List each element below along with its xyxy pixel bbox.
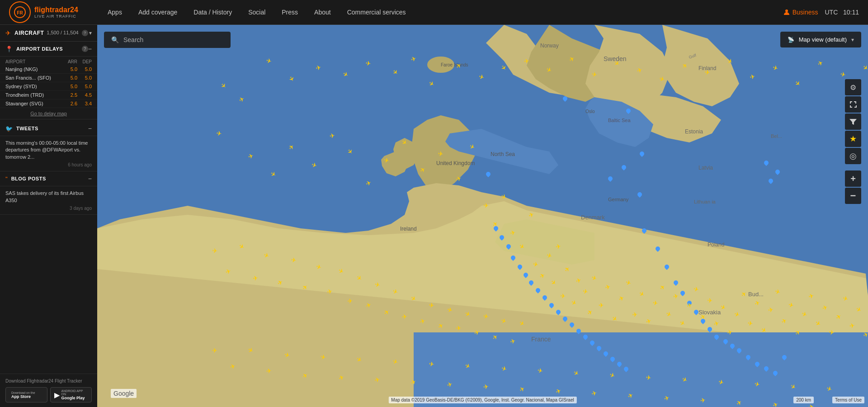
logo-text: flightradar24 LIVE AIR TRAFFIC	[34, 6, 78, 19]
search-box[interactable]: 🔍 Search	[104, 32, 231, 48]
settings-button[interactable]: ⚙	[845, 79, 861, 95]
svg-text:Denmark: Denmark	[581, 214, 605, 221]
airport-delays-help: ?	[82, 46, 88, 52]
tweet-item: This morning's 00:00-05:00 local time de…	[0, 136, 97, 171]
logo-name: flightradar24	[34, 6, 78, 14]
svg-text:Latvia: Latvia	[698, 165, 713, 171]
aircraft-section-header[interactable]: ✈ AIRCRAFT 1,500 / 11,504 ? ▾	[0, 25, 97, 42]
svg-text:Lithuan ia: Lithuan ia	[694, 199, 716, 204]
view-chevron: ▾	[851, 37, 854, 43]
blog-post-item[interactable]: SAS takes delivery of its first Airbus A…	[0, 186, 97, 215]
blog-posts-header[interactable]: " BLOG POSTS −	[0, 171, 97, 186]
compass-button[interactable]: ◎	[845, 148, 861, 164]
delay-row[interactable]: Nanjing (NKG) 5.0 5.0	[0, 65, 97, 74]
fullscreen-icon	[849, 100, 857, 109]
delay-row[interactable]: San Francis... (SFO) 5.0 5.0	[0, 74, 97, 82]
blog-toggle[interactable]: −	[88, 175, 92, 182]
map-area[interactable]: Sweden Finland Norway Faroe Islands Balt…	[97, 25, 868, 407]
zoom-in-button[interactable]: +	[845, 170, 861, 187]
tweet-time: 6 hours ago	[5, 162, 92, 167]
tweets-toggle[interactable]: −	[88, 125, 92, 132]
nav-data-history[interactable]: Data / History	[185, 0, 240, 25]
svg-text:Estonia: Estonia	[685, 128, 703, 135]
map-canvas: Sweden Finland Norway Faroe Islands Balt…	[97, 25, 868, 407]
delay-row[interactable]: Trondheim (TRD) 2.5 4.5	[0, 91, 97, 99]
map-right-controls: ⚙ ★ ◎ + −	[845, 79, 861, 204]
view-select[interactable]: 📡 Map view (default) ▾	[780, 32, 861, 47]
google-play-text: ANDROID APP ON Google Play	[61, 389, 88, 400]
download-on-label: Download on the	[11, 391, 35, 394]
svg-text:Bud...: Bud...	[748, 291, 764, 298]
current-time: 10:11	[843, 9, 859, 16]
app-buttons: Download on the App Store ▶ ANDROID APP …	[5, 387, 92, 402]
delay-table-header: AIRPORT ARR DEP	[0, 58, 97, 65]
nav-commercial[interactable]: Commercial services	[339, 0, 414, 25]
delay-arr-value: 5.0	[63, 66, 77, 72]
delay-table: AIRPORT ARR DEP Nanjing (NKG) 5.0 5.0 Sa…	[0, 57, 97, 121]
delay-airport-name: San Francis... (SFO)	[5, 75, 63, 80]
google-logo: Google	[111, 389, 137, 398]
svg-text:FR: FR	[17, 10, 23, 15]
business-button[interactable]: Business	[783, 9, 818, 16]
nav-press[interactable]: Press	[274, 0, 306, 25]
col-dep: DEP	[77, 59, 92, 64]
logo-tagline: LIVE AIR TRAFFIC	[34, 14, 78, 19]
go-delay-map-link[interactable]: Go to delay map	[0, 108, 97, 119]
zoom-out-button[interactable]: −	[845, 188, 861, 204]
android-icon: ▶	[54, 391, 60, 399]
delay-airport-name: Stavanger (SVG)	[5, 101, 63, 106]
svg-point-2	[785, 9, 788, 12]
utc-label: UTC	[825, 9, 838, 16]
fullscreen-button[interactable]	[845, 96, 861, 113]
blog-icon: "	[5, 175, 8, 182]
delay-arr-value: 5.0	[63, 84, 77, 89]
top-navigation: FR flightradar24 LIVE AIR TRAFFIC Apps A…	[0, 0, 868, 25]
col-airport: AIRPORT	[5, 59, 63, 64]
nav-social[interactable]: Social	[240, 0, 274, 25]
delay-arr-value: 5.0	[63, 75, 77, 80]
view-label: Map view (default)	[799, 36, 847, 43]
nav-add-coverage[interactable]: Add coverage	[130, 0, 185, 25]
svg-text:Bel...: Bel...	[771, 133, 782, 139]
col-arr: ARR	[63, 59, 77, 64]
location-icon: 📍	[5, 46, 13, 52]
delay-rows: Nanjing (NKG) 5.0 5.0 San Francis... (SF…	[0, 65, 97, 108]
aircraft-count-text: 1,500 / 11,504	[47, 30, 78, 35]
tweets-header[interactable]: 🐦 TWEETS −	[0, 121, 97, 136]
svg-text:France: France	[531, 336, 551, 343]
nav-about[interactable]: About	[306, 0, 339, 25]
tweet-text: This morning's 00:00-05:00 local time de…	[5, 140, 92, 161]
app-store-button[interactable]: Download on the App Store	[5, 387, 47, 402]
map-scale: 200 km	[793, 397, 814, 403]
logo[interactable]: FR flightradar24 LIVE AIR TRAFFIC	[9, 1, 86, 23]
logo-icon: FR	[14, 6, 26, 19]
svg-text:Germany: Germany	[608, 197, 629, 202]
terms-link[interactable]: Terms of Use	[832, 397, 864, 403]
user-icon	[783, 9, 790, 16]
logo-circle: FR	[9, 1, 31, 23]
airport-delays-toggle[interactable]: −	[88, 45, 92, 52]
tweets-label: TWEETS	[16, 126, 88, 131]
delay-row[interactable]: Stavanger (SVG) 2.6 3.4	[0, 99, 97, 108]
filter-icon	[849, 118, 857, 126]
blog-posts-label: BLOG POSTS	[11, 176, 88, 181]
svg-text:Finland: Finland	[698, 65, 716, 71]
nav-apps[interactable]: Apps	[99, 0, 130, 25]
svg-text:North Sea: North Sea	[491, 151, 515, 157]
aircraft-count: 1,500 / 11,504 ?	[47, 30, 88, 36]
airport-delays-label: AIRPORT DELAYS	[16, 46, 80, 52]
android-on-label: ANDROID APP ON	[61, 389, 88, 396]
delay-dep-value: 4.5	[77, 92, 92, 98]
svg-text:Norway: Norway	[540, 43, 559, 49]
delay-airport-name: Nanjing (NKG)	[5, 66, 63, 72]
airport-delays-header[interactable]: 📍 AIRPORT DELAYS ? −	[0, 42, 97, 57]
favorites-button[interactable]: ★	[845, 131, 861, 147]
main-content: ✈ AIRCRAFT 1,500 / 11,504 ? ▾ 📍 AIRPORT …	[0, 25, 868, 407]
business-label: Business	[793, 9, 818, 16]
aircraft-label: AIRCRAFT	[14, 30, 44, 36]
google-play-button[interactable]: ▶ ANDROID APP ON Google Play	[50, 387, 92, 402]
delay-row[interactable]: Sydney (SYD) 5.0 5.0	[0, 82, 97, 91]
filter-button[interactable]	[845, 114, 861, 130]
svg-text:Oslo: Oslo	[585, 109, 595, 114]
sidebar: ✈ AIRCRAFT 1,500 / 11,504 ? ▾ 📍 AIRPORT …	[0, 25, 97, 407]
